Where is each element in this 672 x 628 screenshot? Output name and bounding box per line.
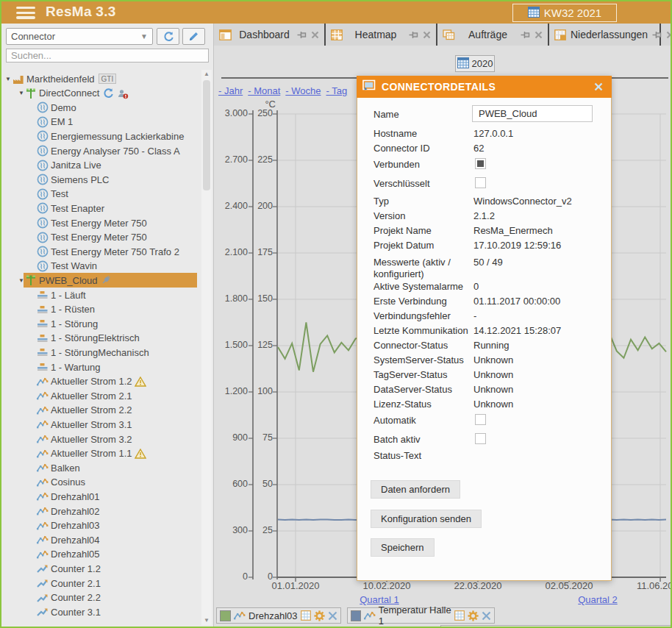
signal-icon — [36, 448, 49, 460]
tree-item-test-energy-meter-750-trafo-2[interactable]: Test Energy Meter 750 Trafo 2 — [1, 244, 199, 259]
sidebar: Connector ▼ ▼MarktheidenfeldGTI▼DirectCo… — [1, 24, 213, 627]
field-label-tagserver-status: TagServer-Status — [373, 369, 471, 381]
search-input[interactable] — [6, 49, 209, 63]
refresh-icon[interactable] — [101, 88, 114, 99]
tree-item-aktueller-strom-2-1[interactable]: Aktueller Strom 2.1 — [1, 388, 199, 403]
tree-item-label: Counter 2.2 — [51, 592, 103, 603]
tree-item-aktueller-strom-2-2[interactable]: Aktueller Strom 2.2 — [1, 403, 199, 418]
time-link-0[interactable]: - Jahr — [218, 85, 243, 96]
tree-scrollbar[interactable]: ▲ ▼ — [201, 70, 212, 625]
tree-item-energiemessung-lackierkabine[interactable]: Energiemessung Lackierkabine — [1, 129, 199, 143]
checkbox-automatik[interactable] — [475, 414, 486, 425]
tree-item-balken[interactable]: Balken — [1, 460, 199, 475]
counter-icon — [36, 563, 49, 574]
checkbox-batch-aktiv[interactable] — [475, 433, 486, 444]
checkbox-verschl-sselt[interactable] — [475, 177, 486, 188]
tree-item-counter-3-1[interactable]: Counter 3.1 — [1, 604, 199, 619]
field-value-lizenz-status: Unknown — [473, 399, 606, 410]
status-icon — [36, 304, 49, 315]
grid-icon[interactable] — [301, 610, 311, 621]
tree-item-counter-2-2[interactable]: Counter 2.2 — [1, 590, 199, 605]
gear-icon[interactable] — [314, 610, 325, 621]
quartal-link-2[interactable]: Quartal 2 — [578, 594, 617, 605]
remove-series-icon[interactable] — [482, 611, 491, 621]
tree-item-test-energy-meter-750[interactable]: Test Energy Meter 750 — [1, 230, 199, 245]
gear-icon[interactable] — [468, 610, 479, 621]
tree-item-1-r-sten[interactable]: 1 - Rüsten — [1, 302, 199, 317]
time-link-1[interactable]: - Monat — [248, 85, 280, 96]
meter-icon — [36, 232, 49, 243]
field-label-verbindungsfehler: Verbindungsfehler — [373, 310, 471, 322]
tree-item-cosinus[interactable]: Cosinus — [1, 475, 199, 490]
tree-item-demo[interactable]: Demo — [1, 100, 199, 115]
plug-icon[interactable] — [99, 274, 112, 286]
meter-icon — [36, 246, 49, 257]
tree-item-label: DirectConnect — [39, 88, 101, 99]
tree-item-label: 1 - Wartung — [51, 362, 102, 373]
legend-row-clipped — [440, 625, 672, 628]
alarm-icon[interactable] — [116, 88, 129, 99]
tree-item-test-energy-meter-750[interactable]: Test Energy Meter 750 — [1, 215, 199, 230]
time-link-2[interactable]: - Woche — [285, 85, 321, 96]
tree-item-aktueller-strom-1-1[interactable]: Aktueller Strom 1.1 — [1, 446, 199, 461]
tree-item-1-st-rungelektrisch[interactable]: 1 - StörungElektrisch — [1, 331, 199, 346]
tree-item-aktueller-strom-1-2[interactable]: Aktueller Strom 1.2 — [1, 374, 199, 389]
connector-dropdown[interactable]: Connector ▼ — [6, 28, 153, 45]
tree-item-directconnect[interactable]: ▼DirectConnect — [1, 86, 199, 101]
field-label-batch-aktiv: Batch aktiv — [373, 434, 471, 446]
tree-item-pweb-cloud[interactable]: ▼PWEB_Cloud — [1, 273, 199, 288]
close-icon[interactable] — [591, 81, 606, 93]
scrollbar-up-icon[interactable]: ▲ — [201, 70, 212, 79]
checkbox-verbunden[interactable] — [475, 158, 486, 169]
tree-item-aktueller-strom-3-2[interactable]: Aktueller Strom 3.2 — [1, 432, 199, 446]
tree-item-1-wartung[interactable]: 1 - Wartung — [1, 360, 199, 374]
speichern-button[interactable]: Speichern — [371, 538, 435, 557]
tree-item-label: Aktueller Strom 2.1 — [51, 390, 135, 402]
tree-item-test-enapter[interactable]: Test Enapter — [1, 201, 199, 215]
expander-icon[interactable]: ▼ — [4, 76, 12, 82]
signal-icon — [234, 610, 246, 621]
tree-item-counter-2-1[interactable]: Counter 2.1 — [1, 576, 199, 590]
daten-anfordern-button[interactable]: Daten anfordern — [371, 480, 460, 499]
tree-item-em-1[interactable]: EM 1 — [1, 115, 199, 129]
edit-button[interactable] — [182, 28, 205, 45]
tree-item-janitza-live[interactable]: Janitza Live — [1, 158, 199, 173]
tree-item-drehzahl05[interactable]: Drehzahl05 — [1, 547, 199, 562]
scrollbar-thumb[interactable] — [203, 80, 210, 190]
refresh-button[interactable] — [157, 28, 179, 45]
tree-item-label: Test Wavin — [51, 260, 99, 271]
x-axis-tick: 10.02.2020 — [353, 580, 421, 591]
tree-item-1-l-uft[interactable]: 1 - Läuft — [1, 288, 199, 302]
tree-item-energy-analyser-750-class-a[interactable]: Energy Analyser 750 - Class A — [1, 143, 199, 158]
tree-item-drehzahl01[interactable]: Drehzahl01 — [1, 489, 199, 504]
tree-item-drehzahl04[interactable]: Drehzahl04 — [1, 532, 199, 547]
menu-icon[interactable] — [16, 7, 37, 19]
tree-item-marktheidenfeld[interactable]: ▼MarktheidenfeldGTI — [1, 71, 199, 86]
scrollbar-down-icon[interactable]: ▼ — [201, 616, 212, 625]
status-icon — [36, 361, 49, 373]
field-label-verbunden: Verbunden — [373, 159, 471, 171]
tree-item-test-wavin[interactable]: Test Wavin — [1, 259, 199, 274]
time-link-3[interactable]: - Tag — [326, 85, 347, 96]
tree-item-siemens-plc[interactable]: Siemens PLC — [1, 172, 199, 187]
chevron-down-icon: ▼ — [140, 32, 148, 40]
field-value-dataserver-status: Unknown — [473, 384, 606, 395]
tree-item-drehzahl02[interactable]: Drehzahl02 — [1, 504, 199, 518]
quartal-link-1[interactable]: Quartal 1 — [360, 594, 398, 605]
x-axis-tick: 11.06.2020 — [626, 580, 672, 591]
resma-window: ResMa 3.3 KW32 2021 Connector ▼ ▼Markthe… — [0, 0, 672, 628]
field-input-name[interactable] — [472, 105, 593, 122]
tree-item-drehzahl03[interactable]: Drehzahl03 — [1, 518, 199, 533]
tree-item-1-st-rung[interactable]: 1 - Störung — [1, 316, 199, 331]
grid-icon[interactable] — [454, 610, 465, 621]
tree-item-label: 1 - Läuft — [51, 290, 88, 301]
remove-series-icon[interactable] — [328, 611, 337, 621]
antenna-icon — [24, 88, 37, 99]
tree-item-aktueller-strom-3-1[interactable]: Aktueller Strom 3.1 — [1, 417, 199, 432]
tree-item-1-st-rungmechanisch[interactable]: 1 - StörungMechanisch — [1, 345, 199, 360]
field-label-hostname: Hostname — [373, 128, 471, 140]
tree-item-test[interactable]: Test — [1, 187, 199, 201]
calendar-week-button[interactable]: KW32 2021 — [512, 4, 617, 22]
konfiguration-senden-button[interactable]: Konfiguration senden — [371, 510, 482, 528]
tree-item-counter-1-2[interactable]: Counter 1.2 — [1, 561, 199, 576]
